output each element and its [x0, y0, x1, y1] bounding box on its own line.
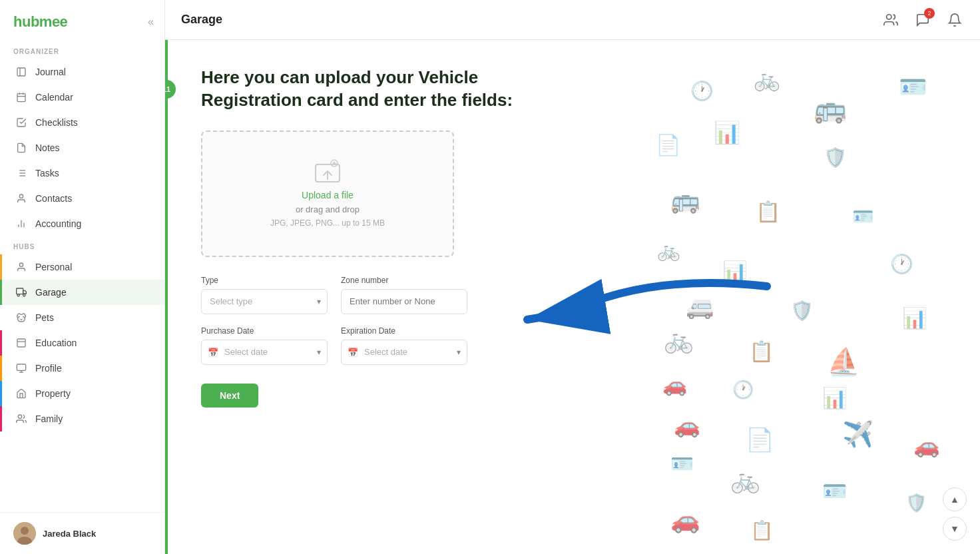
sidebar-item-label: Tasks: [35, 168, 59, 178]
organizer-section-label: ORGANIZER: [0, 41, 164, 59]
sidebar-item-label: Education: [35, 338, 77, 348]
bg-clock3-icon: 🕐: [732, 380, 754, 400]
bg-airplane-icon: ✈️: [842, 419, 873, 449]
sidebar-item-accounting[interactable]: Accounting: [0, 211, 164, 236]
next-button[interactable]: Next: [201, 384, 258, 408]
contacts-icon: [15, 192, 27, 204]
bg-doc5-icon: 📋: [750, 519, 774, 541]
tasks-icon: [15, 167, 27, 179]
profile-icon: [15, 362, 27, 374]
main-content: Garage 2 11 🕐 🚲 🚌 🪪: [165, 0, 980, 554]
zone-label: Zone number: [341, 276, 467, 285]
purchase-date-group: Purchase Date Select date: [201, 326, 328, 365]
purchase-date-label: Purchase Date: [201, 326, 328, 336]
svg-point-26: [887, 14, 891, 19]
users-icon[interactable]: [881, 11, 900, 29]
property-icon: [15, 388, 27, 400]
upload-formats: JPG, JPEG, PNG... up to 15 MB: [270, 218, 385, 228]
svg-point-24: [21, 527, 29, 535]
calendar-icon: [15, 91, 27, 103]
svg-rect-17: [17, 288, 23, 294]
education-icon: [15, 337, 27, 349]
chat-badge: 2: [924, 8, 935, 19]
form-row-1: Type Select type Zone number: [201, 276, 953, 314]
expiration-date-label: Expiration Date: [341, 326, 467, 336]
type-select-wrapper: Select type: [201, 289, 328, 314]
sidebar-item-calendar[interactable]: Calendar: [0, 85, 164, 110]
bg-car2-icon: 🚗: [674, 413, 700, 438]
sidebar-item-notes[interactable]: Notes: [0, 135, 164, 160]
bg-bicycle-icon: 🚲: [754, 67, 780, 92]
topbar: Garage 2: [165, 0, 980, 40]
content-area: 11 🕐 🚲 🚌 🪪 📄 📊 🛡️ 🚌 📋 🪪 🚲 📊 🕐 🚐: [165, 40, 980, 554]
user-name: Jareda Black: [43, 529, 96, 539]
sidebar-item-property[interactable]: Property: [0, 381, 164, 406]
sidebar-item-contacts[interactable]: Contacts: [0, 186, 164, 211]
sidebar-item-label: Garage: [35, 287, 67, 298]
bg-car3-icon: 🚗: [913, 433, 940, 458]
bg-chart4-icon: 📊: [822, 386, 847, 410]
notes-icon: [15, 142, 27, 154]
sidebar-item-family[interactable]: Family: [0, 406, 164, 431]
page-title: Garage: [181, 13, 222, 27]
app-logo: hubmee: [13, 13, 67, 31]
sidebar-item-label: Profile: [35, 363, 62, 374]
sidebar-item-pets[interactable]: Pets: [0, 305, 164, 330]
upload-link-text[interactable]: Upload a file: [302, 190, 354, 200]
form-row-2: Purchase Date Select date Expiration Dat…: [201, 326, 953, 365]
bg-id2-icon: 🪪: [670, 453, 694, 475]
checklist-icon: [15, 117, 27, 129]
zone-input[interactable]: [341, 289, 467, 314]
sidebar-item-garage[interactable]: Garage: [0, 280, 164, 305]
purchase-date-select[interactable]: Select date: [201, 340, 328, 365]
svg-rect-2: [17, 94, 25, 102]
bg-doc4-icon: 📄: [746, 426, 774, 453]
sidebar-item-personal[interactable]: Personal: [0, 254, 164, 280]
sidebar-item-checklists[interactable]: Checklists: [0, 110, 164, 135]
sidebar: hubmee « ORGANIZER Journal Calendar Chec…: [0, 0, 165, 554]
sidebar-item-profile[interactable]: Profile: [0, 356, 164, 381]
journal-icon: [15, 66, 27, 78]
sidebar-item-label: Accounting: [35, 218, 81, 229]
avatar: [13, 522, 36, 545]
bg-bicycle2-icon: 🚲: [657, 240, 680, 262]
type-select[interactable]: Select type: [201, 289, 328, 314]
bg-shield-icon: 🛡️: [824, 146, 847, 168]
accounting-icon: [15, 218, 27, 230]
purchase-date-wrapper: Select date: [201, 340, 328, 365]
svg-rect-21: [17, 364, 25, 370]
scroll-up-button[interactable]: ▲: [943, 487, 967, 511]
svg-point-12: [19, 194, 23, 198]
sidebar-item-label: Calendar: [35, 92, 73, 103]
svg-rect-20: [17, 339, 25, 347]
chat-icon[interactable]: 2: [913, 11, 932, 29]
bg-chart-icon: 📊: [714, 120, 740, 145]
bell-icon[interactable]: [945, 11, 964, 29]
bg-clock2-icon: 🕐: [890, 253, 913, 275]
hubs-section-label: HUBS: [0, 236, 164, 254]
scroll-down-button[interactable]: ▼: [943, 517, 967, 541]
scroll-buttons: ▲ ▼: [943, 487, 967, 541]
sidebar-header: hubmee «: [0, 0, 164, 41]
bg-doc-icon: 📄: [656, 133, 680, 156]
bg-bus-icon: 🚌: [670, 186, 700, 214]
bg-car4-icon: 🚗: [670, 506, 700, 534]
content-inner: 🕐 🚲 🚌 🪪 📄 📊 🛡️ 🚌 📋 🪪 🚲 📊 🕐 🚐 🛡️ 📊 🚲 📋: [168, 40, 980, 554]
sidebar-item-label: Checklists: [35, 117, 78, 128]
bg-doc2-icon: 📋: [756, 200, 780, 223]
zone-field-group: Zone number: [341, 276, 467, 314]
expiration-date-select[interactable]: Select date: [341, 340, 467, 365]
sidebar-item-label: Pets: [35, 312, 54, 323]
organizer-nav: Journal Calendar Checklists Notes Tasks: [0, 59, 164, 236]
bg-id-icon: 🪪: [852, 206, 873, 227]
sidebar-item-tasks[interactable]: Tasks: [0, 160, 164, 186]
upload-zone[interactable]: Upload a file or drag and drop JPG, JPEG…: [201, 131, 454, 257]
bg-bicycle4-icon: 🚲: [730, 466, 760, 494]
collapse-button[interactable]: «: [148, 16, 154, 28]
hubs-nav: Personal Garage Pets Education Profile: [0, 254, 164, 431]
bg-id3-icon: 🪪: [822, 479, 847, 503]
sidebar-item-journal[interactable]: Journal: [0, 59, 164, 85]
sidebar-item-education[interactable]: Education: [0, 330, 164, 356]
svg-point-22: [18, 415, 21, 418]
sidebar-item-label: Property: [35, 388, 71, 399]
